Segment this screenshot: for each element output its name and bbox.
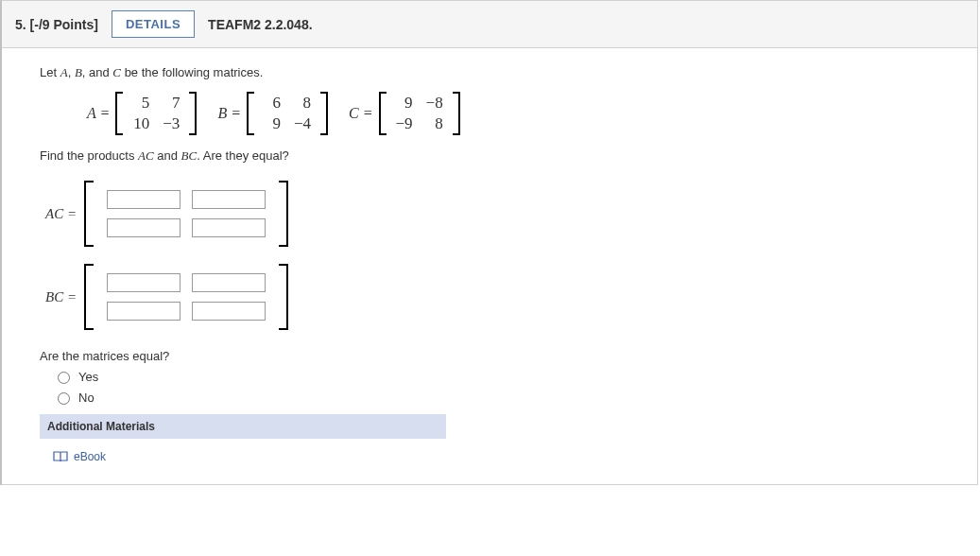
bc-answer-block: BC = [45,264,939,330]
ac-input-10[interactable] [107,218,181,237]
radio-no-label: No [78,391,95,405]
mat-a-10: 10 [132,114,149,133]
ebook-link[interactable]: eBook [53,450,939,463]
mat-c-01: −8 [426,94,443,113]
mat-b-00: 6 [264,94,281,113]
ac-input-grid [101,186,271,241]
bracket-right-icon [453,92,460,135]
ac-input-01[interactable] [192,190,266,209]
equal-question: Are the matrices equal? [40,349,939,363]
matrices-definition: A = 5 7 10 −3 B = 6 8 9 −4 [87,92,939,135]
find-ac: AC [138,148,154,163]
matrix-b-grid: 6 8 9 −4 [260,92,315,135]
var-c: C [112,65,121,79]
find-pre: Find the products [40,148,138,163]
matrix-a-wrap: A = 5 7 10 −3 [87,92,197,135]
mat-b-10: 9 [264,114,281,133]
bracket-right-icon [189,92,197,135]
bracket-left-icon [84,181,94,247]
intro-post: be the following matrices. [121,65,263,79]
mat-a-01: 7 [163,94,180,113]
points-text: [-/9 Points] [30,17,98,32]
sep2: , and [82,65,113,79]
bc-input-00[interactable] [107,273,181,292]
var-a: A [60,65,68,79]
question-number: 5. [-/9 Points] [15,17,98,32]
matrix-a-label: A = [87,105,110,122]
bracket-right-icon [320,92,328,135]
intro-pre: Let [40,65,60,79]
matrix-c-grid: 9 −8 −9 8 [392,92,447,135]
ebook-label: eBook [74,450,106,463]
matrix-c-wrap: C = 9 −8 −9 8 [349,92,460,135]
mat-c-00: 9 [396,94,413,113]
radio-yes[interactable] [58,372,70,384]
radio-yes-row: Yes [53,369,939,384]
matrix-b-wrap: B = 6 8 9 −4 [217,92,328,135]
bc-input-grid [101,269,271,324]
mat-a-11: −3 [163,114,180,133]
mat-c-10: −9 [396,114,413,133]
ac-input-11[interactable] [192,218,266,237]
radio-yes-label: Yes [78,370,98,384]
question-header: 5. [-/9 Points] DETAILS TEAFM2 2.2.048. [2,1,977,48]
bc-input-11[interactable] [192,302,266,321]
question-body: Let A, B, and C be the following matrice… [2,48,977,484]
details-button[interactable]: DETAILS [112,10,195,38]
bracket-left-icon [115,92,123,135]
find-line: Find the products AC and BC. Are they eq… [40,148,939,164]
bracket-left-icon [84,264,94,330]
bc-input-10[interactable] [107,302,181,321]
mat-a-00: 5 [132,94,149,113]
qnum-text: 5. [15,17,26,32]
ac-answer-block: AC = [45,181,939,247]
bracket-right-icon [279,181,288,247]
find-mid: and [154,148,181,163]
bc-label: BC = [45,289,77,305]
radio-no[interactable] [58,392,70,405]
sep1: , [68,65,75,79]
mat-b-11: −4 [294,114,311,133]
bc-input-01[interactable] [192,273,266,292]
mat-b-01: 8 [294,94,311,113]
bracket-left-icon [247,92,254,135]
bracket-right-icon [279,264,288,330]
matrix-a-grid: 5 7 10 −3 [129,92,183,135]
question-container: 5. [-/9 Points] DETAILS TEAFM2 2.2.048. … [0,0,978,485]
bracket-left-icon [379,92,387,135]
radio-no-row: No [53,390,939,405]
ebook-icon [53,451,68,462]
var-b: B [75,65,82,79]
ac-input-00[interactable] [107,190,181,209]
find-bc: BC [181,148,198,163]
matrix-b-label: B = [217,105,241,122]
intro-line: Let A, B, and C be the following matrice… [40,65,939,80]
ac-label: AC = [45,206,77,222]
additional-materials-header: Additional Materials [40,414,446,439]
reference-id: TEAFM2 2.2.048. [208,17,313,32]
find-post: . Are they equal? [197,148,289,163]
matrix-c-label: C = [349,105,372,122]
mat-c-11: 8 [426,114,443,133]
